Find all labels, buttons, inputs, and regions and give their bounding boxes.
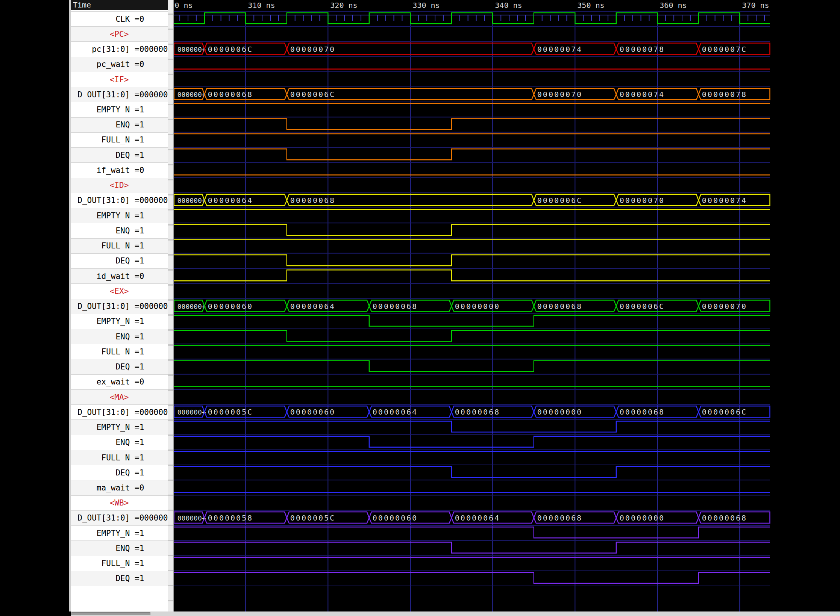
signal-value: =1 [135, 317, 168, 326]
signal-name: DEQ [71, 574, 135, 583]
signal-row-full_n[interactable]: FULL_N =1 [71, 556, 168, 571]
bus-value: 00000074 [620, 90, 665, 99]
signal-name: CLK [71, 15, 135, 24]
signal-row-d_out[31:0][interactable]: D_OUT[31:0] =00000068 [71, 510, 168, 525]
group-label: <PC> [110, 30, 129, 39]
signal-value: =1 [135, 120, 168, 129]
signal-row-full_n[interactable]: FULL_N =1 [71, 344, 168, 359]
group-label: <IF> [110, 75, 129, 84]
signal-value: =1 [135, 529, 168, 538]
bus-value: 00000070 [620, 196, 665, 205]
signal-row-d_out[31:0][interactable]: D_OUT[31:0] =00000078 [71, 87, 168, 102]
group-row-ma[interactable]: <MA> [71, 389, 168, 404]
group-label: <ID> [110, 181, 129, 190]
bus-value: 000000+ [177, 91, 206, 98]
time-ruler-label: 320 ns [330, 1, 357, 10]
signal-rows-container: CLK =0<PC>pc[31:0] =0000007Cpc_wait =0<I… [71, 0, 168, 611]
signal-row-ma_wait[interactable]: ma_wait =0 [71, 480, 168, 495]
signal-value: =1 [135, 559, 168, 568]
bus-value: 00000070 [537, 90, 582, 99]
bus-value: 00000068 [373, 302, 418, 311]
signal-row-full_n[interactable]: FULL_N =1 [71, 450, 168, 465]
signal-row-enq[interactable]: ENQ =1 [71, 117, 168, 132]
bus-value: 000000+ [177, 197, 206, 204]
group-row-pc[interactable]: <PC> [71, 26, 168, 41]
signal-name: EMPTY_N [71, 105, 135, 114]
signal-row-d_out[31:0][interactable]: D_OUT[31:0] =0000006C [71, 404, 168, 419]
bus-value: 00000064 [208, 196, 253, 205]
signal-row-d_out[31:0][interactable]: D_OUT[31:0] =00000070 [71, 299, 168, 314]
signal-row-if_wait[interactable]: if_wait =0 [71, 162, 168, 177]
bus-value: 00000068 [702, 513, 747, 522]
signal-row-empty_n[interactable]: EMPTY_N =1 [71, 102, 168, 117]
signal-row-deq[interactable]: DEQ =1 [71, 571, 168, 586]
signal-value: =0 [135, 60, 168, 69]
bus-value: 000000+ [177, 303, 206, 310]
signal-name: FULL_N [71, 135, 135, 144]
signal-name: DEQ [71, 151, 135, 160]
signal-value: =1 [135, 453, 168, 462]
signal-name: D_OUT[31:0] [71, 513, 135, 522]
bus-value: 00000068 [537, 513, 582, 522]
signal-value: =0 [135, 377, 168, 386]
signal-value: =1 [135, 574, 168, 583]
bus-value: 00000064 [373, 407, 418, 416]
bus-value: 00000074 [537, 45, 582, 54]
signal-value: =0 [135, 166, 168, 175]
signal-value: =1 [135, 332, 168, 341]
signal-name: DEQ [71, 468, 135, 477]
bus-value: 000000+ [177, 408, 206, 416]
signal-value: =1 [135, 135, 168, 144]
signal-row-deq[interactable]: DEQ =1 [71, 359, 168, 374]
signal-row-full_n[interactable]: FULL_N =1 [71, 238, 168, 253]
bus-value: 0000005C [208, 407, 253, 416]
signal-row-deq[interactable]: DEQ =1 [71, 253, 168, 268]
group-row-if[interactable]: <IF> [71, 72, 168, 87]
bus-value: 00000000 [620, 513, 665, 522]
signal-row-clk[interactable]: CLK =0 [71, 11, 168, 26]
signal-row-empty_n[interactable]: EMPTY_N =1 [71, 525, 168, 540]
horizontal-scrollbar[interactable] [71, 611, 840, 616]
time-ruler-label: 300 ns [174, 1, 193, 10]
wave-deq [174, 149, 770, 160]
group-row-ex[interactable]: <EX> [71, 283, 168, 298]
time-column-header[interactable]: Time [71, 0, 168, 10]
signal-row-id_wait[interactable]: id_wait =0 [71, 268, 168, 283]
wave-deq [174, 361, 770, 372]
time-ruler-label: 350 ns [577, 1, 604, 10]
bus-value: 0000006C [620, 302, 665, 311]
waveform-canvas[interactable]: 300 ns310 ns320 ns330 ns340 ns350 ns360 … [174, 0, 784, 611]
time-ruler-label: 360 ns [660, 1, 687, 10]
signal-value: =1 [135, 211, 168, 220]
wave-enq [174, 542, 770, 553]
signal-row-enq[interactable]: ENQ =1 [71, 540, 168, 555]
signal-row-d_out[31:0][interactable]: D_OUT[31:0] =00000074 [71, 193, 168, 208]
signal-row-pc[31:0][interactable]: pc[31:0] =0000007C [71, 41, 168, 56]
signal-value: =00000070 [135, 302, 168, 311]
signal-row-full_n[interactable]: FULL_N =1 [71, 132, 168, 147]
signal-row-empty_n[interactable]: EMPTY_N =1 [71, 314, 168, 329]
signal-value: =00000068 [135, 513, 168, 522]
signal-row-pc_wait[interactable]: pc_wait =0 [71, 57, 168, 72]
waveform-area: 300 ns310 ns320 ns330 ns340 ns350 ns360 … [174, 0, 784, 611]
signal-row-enq[interactable]: ENQ =1 [71, 223, 168, 238]
panel-splitter[interactable] [168, 0, 174, 616]
signal-value: =1 [135, 226, 168, 235]
signal-value: =1 [135, 362, 168, 371]
signal-row-ex_wait[interactable]: ex_wait =0 [71, 374, 168, 389]
signal-value: =1 [135, 468, 168, 477]
signal-name-panel: CLK =0<PC>pc[31:0] =0000007Cpc_wait =0<I… [71, 0, 168, 611]
bus-value: 00000060 [208, 302, 253, 311]
group-row-wb[interactable]: <WB> [71, 495, 168, 510]
time-ruler-label: 330 ns [412, 1, 440, 10]
signal-row-enq[interactable]: ENQ =1 [71, 435, 168, 450]
bus-value: 0000006C [537, 196, 582, 205]
signal-row-empty_n[interactable]: EMPTY_N =1 [71, 208, 168, 223]
signal-row-empty_n[interactable]: EMPTY_N =1 [71, 419, 168, 434]
signal-row-deq[interactable]: DEQ =1 [71, 147, 168, 162]
group-row-id[interactable]: <ID> [71, 178, 168, 193]
horizontal-scrollbar-thumb[interactable] [71, 612, 150, 615]
time-ruler-label: 310 ns [248, 1, 275, 10]
signal-row-deq[interactable]: DEQ =1 [71, 465, 168, 480]
signal-row-enq[interactable]: ENQ =1 [71, 329, 168, 344]
